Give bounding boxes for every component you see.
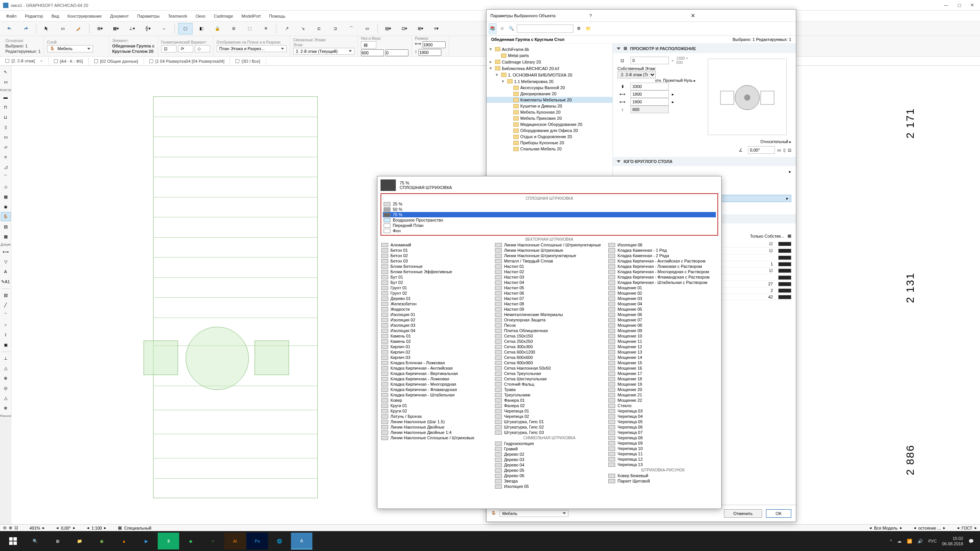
tray-vol-icon[interactable]: 🔊 — [918, 539, 923, 544]
mesh-tool[interactable]: ▩ — [1, 232, 11, 241]
tree-node[interactable]: ▸Cadimage Library 20 — [487, 59, 612, 65]
lock-button[interactable]: 🔒 — [210, 23, 225, 34]
hatch-item[interactable]: Линии Наклонные (Шаг 1.5) — [381, 419, 491, 424]
tab[interactable]: [A4 - К - Ф5] — [49, 57, 89, 65]
detail-tool[interactable]: ◎ — [1, 383, 11, 393]
hatch-item[interactable]: Настил 02 — [494, 269, 605, 274]
section-tool[interactable]: ⊥ — [1, 354, 11, 363]
menu-teamwork[interactable]: Teamwork — [164, 12, 191, 20]
undo-button[interactable] — [2, 23, 17, 34]
panel-header-1[interactable]: ⊞ ПРОСМОТР И РАСПОЛОЖЕНИЕ — [613, 44, 796, 53]
level-tool[interactable]: ▽ — [1, 257, 11, 266]
hatch-item[interactable]: Мощение 08 — [608, 323, 718, 328]
stair-tool[interactable]: ≡ — [1, 152, 11, 161]
hatch-item[interactable]: Бетон 02 — [381, 253, 491, 258]
change-tool[interactable]: △ — [1, 393, 11, 403]
geom-icon-2[interactable]: ⟳ — [178, 45, 193, 52]
hatch-item[interactable]: Жидкости — [381, 306, 491, 312]
hatch-item[interactable]: Кирпич 01 — [381, 344, 491, 349]
zoom-out-icon[interactable]: ⊖ — [3, 525, 7, 530]
floor-ic1[interactable]: ▤ — [361, 41, 376, 49]
hatch-item[interactable]: Линии Наклонные Сплошные / Штриховые — [381, 435, 491, 440]
maximize-button[interactable]: ▢ — [957, 3, 961, 8]
hatch-item[interactable]: Кладка Каменная - 1 Ряд — [608, 248, 718, 253]
hatch-item[interactable]: Черепица 08 — [608, 435, 718, 440]
lock-a-icon[interactable]: ▫ — [672, 58, 673, 63]
hatch-item[interactable]: Мощение 13 — [608, 349, 718, 355]
object-tool[interactable]: 🪑 — [1, 212, 11, 221]
hatch-item[interactable]: Кладка Кирпичная - Английская с Растворо… — [608, 258, 718, 264]
hatch-item[interactable]: Настил 08 — [494, 301, 605, 306]
search-toggle[interactable]: 🔍 — [508, 23, 515, 34]
size-h[interactable] — [418, 49, 441, 56]
hatch-item[interactable]: Грунт 01 — [381, 285, 491, 290]
tree-node[interactable]: ▾1. ОСНОВНАЯ БИБЛИОТЕКА 20 — [487, 72, 612, 78]
hatch-item[interactable]: Дерево 02 — [494, 452, 605, 457]
menu-файл[interactable]: Файл — [2, 12, 20, 20]
layer-dropdown[interactable]: 🪑 Мебель — [47, 45, 93, 52]
hatch-item[interactable]: Изоляция 04 — [381, 328, 491, 333]
dim-tool[interactable]: ⟷ — [1, 247, 11, 256]
curtain-tool[interactable]: ▦ — [1, 192, 11, 201]
edit-2[interactable]: ↘ — [296, 23, 310, 34]
plan-dropdown[interactable]: План Этажа и Разрез... — [217, 45, 287, 52]
tree-node[interactable]: Мебель Кухонная 20 — [487, 109, 612, 115]
hatch-item[interactable]: Бут 02 — [381, 280, 491, 285]
tree-node[interactable]: Оборудование для Офиса 20 — [487, 127, 612, 134]
hatch-item[interactable]: Мощение 04 — [608, 301, 718, 306]
view-mode-2[interactable]: ◧ — [194, 23, 209, 34]
hatch-item[interactable]: Стоячий Фальц — [494, 381, 605, 387]
hatch-item[interactable]: Изоляция 05 — [494, 484, 605, 489]
hatch-item[interactable]: Мощение 01 — [608, 285, 718, 290]
tray-net-icon[interactable]: 📶 — [907, 539, 912, 544]
tray-up-icon[interactable]: ^ — [890, 539, 892, 543]
hatch-item[interactable]: Паркет Щитовой — [608, 478, 718, 484]
hatch-item[interactable]: Гидроизоляция — [494, 441, 605, 446]
angle-input[interactable] — [748, 146, 775, 154]
tree-node[interactable]: Кушетки и Диваны 20 — [487, 103, 612, 109]
story-dropdown[interactable]: 2. 2-й этаж (Текущий) — [293, 48, 354, 55]
hatch-item[interactable]: Сетка 900x900 — [494, 360, 605, 365]
hatch-item[interactable]: Треугольники — [494, 392, 605, 398]
app-4-icon[interactable]: ○ — [202, 533, 224, 549]
edit-4[interactable]: ⊐ — [328, 23, 342, 34]
mirror-h-icon[interactable]: ▭ — [777, 148, 781, 153]
edit-1[interactable]: ↗ — [279, 23, 294, 34]
hatch-item[interactable]: Мощение 11 — [608, 339, 718, 344]
menu-вид[interactable]: Вид — [47, 12, 63, 20]
tab[interactable]: [02 Общие данные] — [89, 57, 144, 65]
hatch-item[interactable]: Кладка Кирпичная - Штабельная — [381, 392, 491, 398]
ok-button[interactable]: OK — [766, 509, 791, 518]
tree-node[interactable]: Аксессуары Ванной 20 — [487, 85, 612, 91]
text-tool[interactable]: A — [1, 267, 11, 276]
zone-tool[interactable]: ▨ — [1, 222, 11, 231]
edit-6[interactable]: ▭ — [360, 23, 374, 34]
hatch-item[interactable]: Дерево 01 — [381, 296, 491, 301]
settings-icon[interactable]: ⚙ — [575, 23, 583, 34]
snap-button[interactable]: ⊞▾ — [93, 23, 107, 34]
skylight-tool[interactable]: ◇ — [1, 182, 11, 191]
rel-label[interactable]: Относительный ▸ — [760, 140, 791, 144]
hatch-item[interactable]: Латунь / Бронза — [381, 414, 491, 419]
hatch-item[interactable]: Мощение 02 — [608, 290, 718, 296]
library-view-button[interactable]: 📚 — [489, 23, 497, 34]
floor-v1[interactable] — [361, 49, 384, 56]
hatch-item[interactable]: 75 % — [383, 212, 716, 217]
ps-icon[interactable]: Ps — [247, 533, 268, 549]
ruler-button[interactable]: ╬▾ — [141, 23, 155, 34]
more-3[interactable]: ⊞▾ — [413, 23, 428, 34]
hatch-item[interactable]: Линии Наклонные Штриховые — [494, 248, 605, 253]
hatch-item[interactable]: Мощение 17 — [608, 371, 718, 376]
hatch-item[interactable]: Настил 05 — [494, 285, 605, 290]
marquee-tool[interactable]: ▭ — [56, 23, 70, 34]
shell-tool[interactable]: ⌒ — [1, 172, 11, 181]
anchor-icon[interactable]: ⊡ — [617, 57, 627, 64]
favorites-button[interactable]: ☆ — [498, 23, 506, 34]
hatch-item[interactable]: Линии Наклонные Двойные 1:4 — [381, 430, 491, 435]
hatch-item[interactable]: Камень 02 — [381, 339, 491, 344]
more-4[interactable]: ≡▾ — [429, 23, 444, 34]
hatch-item[interactable]: Изоляция 06 — [608, 242, 718, 248]
mirror-v-icon[interactable]: ▯ — [783, 148, 786, 153]
hatch-item[interactable]: Черепица 05 — [608, 419, 718, 424]
fill-dropdown-arrow-icon[interactable]: ▸ — [786, 196, 789, 201]
